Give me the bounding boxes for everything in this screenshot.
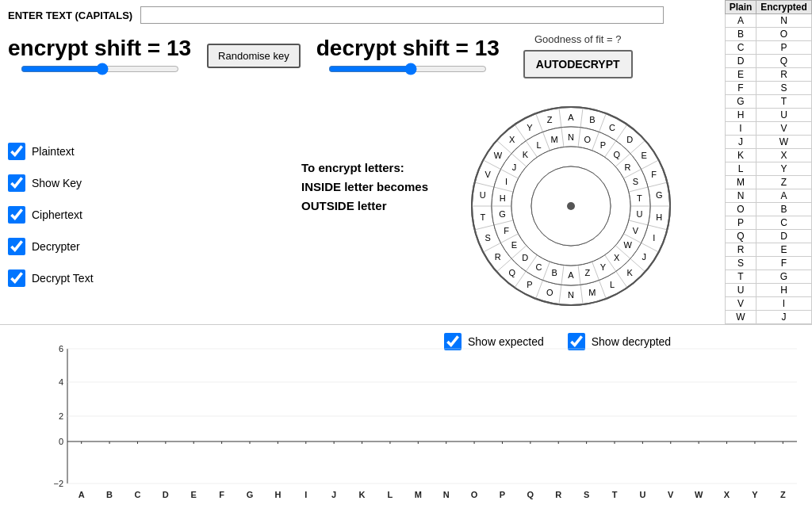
svg-text:Q: Q — [613, 150, 620, 159]
randomise-button[interactable]: Randomise key — [207, 44, 301, 68]
svg-text:L: L — [388, 490, 393, 499]
svg-text:K: K — [523, 150, 529, 159]
table-cell: V — [726, 297, 756, 311]
svg-text:D: D — [163, 490, 169, 499]
table-cell: I — [726, 122, 756, 136]
svg-text:E: E — [511, 240, 517, 250]
svg-text:N: N — [568, 290, 574, 300]
table-cell: K — [726, 149, 756, 162]
svg-text:I: I — [304, 490, 307, 499]
svg-text:R: R — [625, 162, 631, 172]
svg-text:6: 6 — [59, 344, 63, 354]
table-cell: W — [756, 136, 811, 149]
table-cell: A — [756, 189, 811, 203]
svg-text:C: C — [536, 262, 542, 272]
svg-text:O: O — [471, 490, 478, 499]
svg-text:I: I — [653, 233, 655, 243]
svg-text:E: E — [642, 151, 647, 160]
table-cell: D — [726, 55, 756, 68]
svg-text:S: S — [485, 233, 491, 243]
svg-text:J: J — [512, 162, 517, 172]
svg-text:J: J — [642, 252, 646, 262]
table-header-plain: Plain — [726, 1, 756, 14]
table-cell: E — [726, 68, 756, 82]
table-cell: N — [756, 14, 811, 28]
svg-text:C: C — [609, 123, 615, 132]
svg-text:D: D — [522, 253, 528, 262]
svg-text:K: K — [627, 268, 634, 277]
table-cell: R — [726, 243, 756, 257]
table-cell: A — [726, 14, 756, 28]
encrypt-slider[interactable] — [21, 61, 179, 77]
svg-text:2: 2 — [59, 411, 63, 421]
svg-text:N: N — [568, 132, 574, 142]
svg-text:T: T — [480, 212, 485, 222]
svg-text:A: A — [568, 113, 574, 122]
table-cell: C — [726, 41, 756, 55]
table-cell: G — [756, 270, 811, 284]
cipher-info: To encrypt letters: INSIDE letter become… — [301, 159, 428, 216]
svg-text:L: L — [537, 140, 542, 150]
svg-text:−2: −2 — [53, 479, 63, 488]
cipher-info-line2: INSIDE letter becomes — [301, 178, 428, 197]
table-cell: S — [726, 257, 756, 270]
ciphertext-checkbox[interactable] — [8, 206, 25, 224]
svg-text:H: H — [500, 193, 506, 203]
svg-text:Y: Y — [752, 490, 758, 499]
cipher-wheel: ABCDEFGHIJKLMNOPQRSTUVWXYZNOPQRSTUVWXYZA… — [468, 103, 674, 309]
svg-text:P: P — [527, 280, 532, 289]
table-cell: G — [726, 95, 756, 109]
svg-text:I: I — [505, 177, 508, 186]
svg-text:Z: Z — [780, 490, 786, 499]
table-cell: N — [726, 189, 756, 203]
svg-text:H: H — [274, 490, 281, 499]
svg-text:Y: Y — [600, 262, 607, 272]
table-cell: U — [756, 109, 811, 122]
svg-text:H: H — [656, 212, 662, 222]
table-cell: P — [756, 41, 811, 55]
text-input-field[interactable] — [140, 6, 664, 24]
svg-text:0: 0 — [59, 437, 63, 446]
table-cell: V — [756, 122, 811, 136]
chart-area: 6 4 2 0 −2 ABCDEFGHIJKLMNOPQRSTUVWXYZ — [40, 341, 801, 507]
ciphertext-label: Ciphertext — [32, 208, 82, 221]
table-cell: O — [756, 28, 811, 41]
svg-text:Z: Z — [547, 115, 553, 124]
svg-text:S: S — [584, 490, 589, 499]
svg-text:U: U — [480, 190, 486, 200]
svg-text:Y: Y — [527, 123, 533, 132]
svg-text:Q: Q — [527, 490, 534, 499]
plaintext-checkbox[interactable] — [8, 143, 25, 160]
svg-text:T: T — [612, 490, 618, 499]
showkey-checkbox[interactable] — [8, 174, 25, 192]
svg-text:N: N — [443, 490, 450, 499]
svg-text:F: F — [504, 226, 509, 235]
autodecrypt-button[interactable]: AUTODECRYPT — [523, 50, 633, 78]
svg-text:L: L — [610, 280, 615, 289]
svg-text:A: A — [79, 490, 85, 499]
encrypt-shift-label: encrypt shift = 13 — [8, 36, 191, 61]
table-cell: T — [726, 270, 756, 284]
decrypt-slider[interactable] — [328, 61, 487, 77]
svg-text:P: P — [500, 490, 505, 499]
decrypttext-checkbox[interactable] — [8, 269, 25, 287]
table-cell: P — [726, 216, 756, 230]
table-cell: Q — [756, 55, 811, 68]
table-cell: C — [756, 216, 811, 230]
table-cell: Y — [756, 162, 811, 176]
svg-text:V: V — [485, 170, 492, 179]
decrypter-checkbox[interactable] — [8, 238, 25, 255]
svg-text:G: G — [656, 190, 663, 200]
svg-text:G: G — [247, 490, 254, 499]
table-cell: H — [756, 284, 811, 297]
svg-text:U: U — [636, 209, 642, 219]
svg-text:V: V — [668, 490, 674, 499]
svg-text:M: M — [588, 288, 596, 297]
svg-text:T: T — [637, 193, 642, 203]
cipher-table: Plain Encrypted ANBOCPDQERFSGTHUIVJWKXLY… — [725, 0, 812, 365]
svg-text:J: J — [331, 490, 336, 499]
svg-text:B: B — [106, 490, 113, 499]
svg-text:A: A — [568, 270, 574, 280]
svg-text:X: X — [614, 253, 620, 262]
table-cell: E — [756, 243, 811, 257]
